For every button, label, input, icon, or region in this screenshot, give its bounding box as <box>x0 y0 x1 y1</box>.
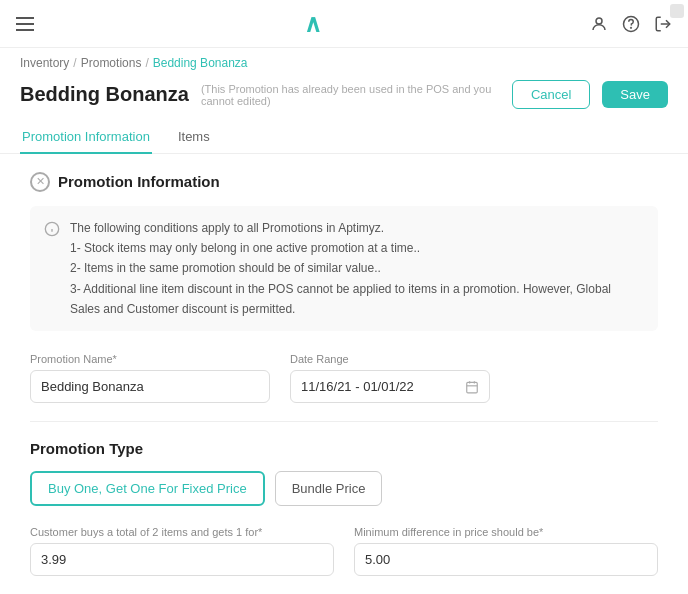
tab-promotion-information[interactable]: Promotion Information <box>20 119 152 154</box>
main-content: ✕ Promotion Information The following co… <box>0 154 688 595</box>
logout-icon <box>654 15 672 33</box>
customer-buys-input[interactable] <box>30 543 334 576</box>
promotion-name-label: Promotion Name* <box>30 353 270 365</box>
help-icon <box>622 15 640 33</box>
page-subtitle: (This Promotion has already been used in… <box>201 83 500 107</box>
promotion-name-group: Promotion Name* <box>30 353 270 403</box>
btn-bundle-price[interactable]: Bundle Price <box>275 471 383 506</box>
page-title: Bedding Bonanza <box>20 83 189 106</box>
hamburger-icon <box>16 17 34 31</box>
promotion-name-input[interactable] <box>30 370 270 403</box>
profile-icon <box>590 15 608 33</box>
info-icon <box>44 219 60 320</box>
window-chrome <box>670 4 684 18</box>
customer-buys-group: Customer buys a total of 2 items and get… <box>30 526 334 576</box>
breadcrumb-inventory[interactable]: Inventory <box>20 56 69 70</box>
top-bar: ∧ <box>0 0 688 48</box>
type-btn-group: Buy One, Get One For Fixed Price Bundle … <box>30 471 658 506</box>
svg-point-2 <box>631 27 632 28</box>
info-text: The following conditions apply to all Pr… <box>70 218 644 320</box>
divider <box>30 421 658 422</box>
date-range-value: 11/16/21 - 01/01/22 <box>301 379 414 394</box>
min-difference-group: Minimum difference in price should be* <box>354 526 658 576</box>
hamburger-button[interactable] <box>16 17 34 31</box>
tab-items[interactable]: Items <box>176 119 212 154</box>
info-line-3: 3- Additional line item discount in the … <box>70 279 644 320</box>
page-header: Bedding Bonanza (This Promotion has alre… <box>0 74 688 119</box>
info-line-2: 2- Items in the same promotion should be… <box>70 258 644 278</box>
tabs: Promotion Information Items <box>0 119 688 154</box>
min-difference-label: Minimum difference in price should be* <box>354 526 658 538</box>
bottom-form-row: Customer buys a total of 2 items and get… <box>30 526 658 576</box>
section-icon: ✕ <box>30 172 50 192</box>
logout-button[interactable] <box>654 15 672 33</box>
svg-point-0 <box>596 18 602 24</box>
customer-buys-label: Customer buys a total of 2 items and get… <box>30 526 334 538</box>
section-header: ✕ Promotion Information <box>30 172 658 192</box>
breadcrumb-current[interactable]: Bedding Bonanza <box>153 56 248 70</box>
help-button[interactable] <box>622 15 640 33</box>
date-range-input[interactable]: 11/16/21 - 01/01/22 <box>290 370 490 403</box>
btn-buy-one-get-one[interactable]: Buy One, Get One For Fixed Price <box>30 471 265 506</box>
date-range-label: Date Range <box>290 353 490 365</box>
calendar-icon <box>465 380 479 394</box>
section-title: Promotion Information <box>58 173 220 190</box>
min-difference-input[interactable] <box>354 543 658 576</box>
logo: ∧ <box>304 10 320 38</box>
top-bar-right <box>590 15 672 33</box>
cancel-button[interactable]: Cancel <box>512 80 590 109</box>
form-row: Promotion Name* Date Range 11/16/21 - 01… <box>30 353 658 403</box>
breadcrumb-promotions[interactable]: Promotions <box>81 56 142 70</box>
promotion-type-title: Promotion Type <box>30 440 658 457</box>
save-button[interactable]: Save <box>602 81 668 108</box>
date-range-group: Date Range 11/16/21 - 01/01/22 <box>290 353 490 403</box>
svg-rect-7 <box>467 382 478 393</box>
breadcrumb-sep-2: / <box>145 56 148 70</box>
info-line-0: The following conditions apply to all Pr… <box>70 218 644 238</box>
info-line-1: 1- Stock items may only belong in one ac… <box>70 238 644 258</box>
breadcrumb: Inventory / Promotions / Bedding Bonanza <box>0 48 688 74</box>
top-bar-left <box>16 17 34 31</box>
breadcrumb-sep-1: / <box>73 56 76 70</box>
profile-button[interactable] <box>590 15 608 33</box>
info-box: The following conditions apply to all Pr… <box>30 206 658 332</box>
